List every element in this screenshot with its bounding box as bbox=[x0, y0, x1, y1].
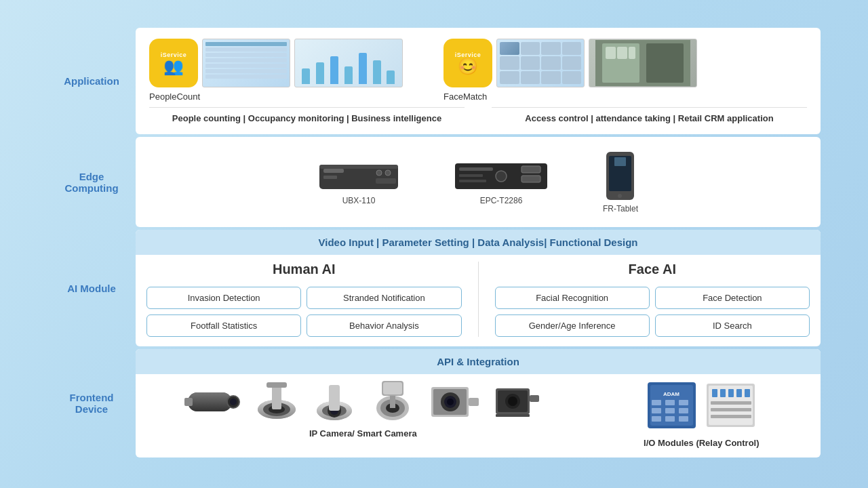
facematch-product: iService 😊 bbox=[443, 39, 697, 102]
svg-rect-33 bbox=[272, 385, 281, 409]
svg-rect-18 bbox=[521, 176, 540, 182]
io-label: I/O Modules (Relay Control) bbox=[644, 438, 759, 448]
svg-rect-55 bbox=[530, 395, 539, 402]
frontend-header: API & Integration bbox=[136, 349, 821, 374]
frontend-devices: IP Camera/ Smart Camera ADAM bbox=[136, 381, 821, 458]
svg-point-57 bbox=[508, 396, 517, 406]
facial-recognition-btn[interactable]: Facial Recognition bbox=[495, 287, 650, 309]
bullet-camera bbox=[184, 386, 242, 418]
invasion-detection-btn[interactable]: Invasion Detection bbox=[146, 287, 301, 309]
svg-rect-40 bbox=[329, 385, 340, 411]
facematch-images: iService 😊 bbox=[443, 39, 697, 87]
svg-rect-68 bbox=[679, 400, 688, 405]
face-detection-btn[interactable]: Face Detection bbox=[655, 287, 810, 309]
application-label-text: Application bbox=[64, 75, 119, 87]
epct2286-visual bbox=[454, 159, 549, 193]
svg-point-19 bbox=[496, 171, 507, 182]
app-descriptions: People counting | Occupancy monitoring |… bbox=[149, 107, 807, 123]
iservice-symbol-1: 👥 bbox=[163, 58, 184, 75]
ip-cameras-section: IP Camera/ Smart Camera bbox=[146, 381, 580, 448]
svg-rect-11 bbox=[376, 178, 396, 184]
footfall-statistics-btn[interactable]: Footfall Statistics bbox=[146, 314, 301, 337]
svg-rect-7 bbox=[323, 169, 344, 173]
face-ai-buttons: Facial Recognition Face Detection Gender… bbox=[495, 287, 810, 337]
ipcamera-label: IP Camera/ Smart Camera bbox=[309, 428, 417, 439]
facematch-screenshot-1 bbox=[496, 39, 585, 87]
frtablet-visual bbox=[605, 150, 635, 201]
svg-rect-34 bbox=[267, 382, 287, 388]
svg-rect-15 bbox=[459, 174, 483, 177]
human-ai-title: Human AI bbox=[273, 262, 336, 277]
application-label: Application bbox=[47, 28, 136, 134]
frontend-content: API & Integration bbox=[136, 349, 821, 458]
svg-rect-25 bbox=[188, 392, 232, 411]
box-camera-1 bbox=[428, 383, 482, 421]
svg-rect-69 bbox=[679, 408, 688, 413]
svg-rect-46 bbox=[390, 396, 395, 408]
ubx110-label: UBX-110 bbox=[342, 196, 376, 205]
facematch-label: FaceMatch bbox=[443, 92, 487, 102]
svg-rect-8 bbox=[323, 176, 337, 179]
turret-camera bbox=[311, 381, 357, 423]
edge-computing-row: Edge Computing bbox=[47, 137, 821, 227]
svg-text:ADAM: ADAM bbox=[663, 391, 679, 397]
gender-age-btn[interactable]: Gender/Age Inference bbox=[495, 314, 650, 337]
ai-module-row: AI Module Video Input | Parameter Settin… bbox=[47, 230, 821, 346]
svg-rect-62 bbox=[652, 400, 661, 405]
peoplecount-screenshot-1 bbox=[202, 39, 290, 87]
facematch-icon: iService 😊 bbox=[443, 39, 492, 87]
frontend-label-text: FrontendDevice bbox=[70, 392, 114, 415]
ai-divider bbox=[478, 262, 479, 337]
svg-point-27 bbox=[230, 399, 237, 405]
svg-rect-23 bbox=[614, 157, 626, 166]
svg-rect-77 bbox=[745, 389, 750, 397]
ai-modules: Human AI Invasion Detection Stranded Not… bbox=[136, 262, 821, 346]
ubx110-device: UBX-110 bbox=[318, 159, 399, 205]
app-products: iService 👥 bbox=[149, 39, 807, 102]
ai-label: AI Module bbox=[47, 230, 136, 346]
frontend-device-row: FrontendDevice API & Integration bbox=[47, 349, 821, 458]
peoplecount-product: iService 👥 bbox=[149, 39, 403, 102]
svg-rect-78 bbox=[711, 401, 751, 405]
ai-label-text: AI Module bbox=[67, 283, 116, 294]
svg-point-52 bbox=[447, 399, 454, 405]
svg-rect-80 bbox=[711, 415, 751, 418]
svg-rect-63 bbox=[652, 408, 661, 413]
iservice-symbol-2: 😊 bbox=[458, 58, 478, 75]
svg-rect-3 bbox=[606, 47, 616, 59]
svg-rect-67 bbox=[665, 416, 675, 422]
svg-rect-5 bbox=[629, 47, 635, 59]
svg-rect-28 bbox=[184, 398, 193, 406]
svg-rect-42 bbox=[383, 382, 402, 394]
svg-rect-2 bbox=[646, 43, 684, 83]
io-modules-row: ADAM bbox=[646, 381, 756, 432]
svg-rect-65 bbox=[665, 400, 675, 405]
svg-rect-73 bbox=[712, 389, 717, 397]
id-search-btn[interactable]: ID Search bbox=[655, 314, 810, 337]
frontend-label: FrontendDevice bbox=[47, 349, 136, 458]
edge-label-text: Edge Computing bbox=[53, 171, 130, 194]
svg-rect-58 bbox=[496, 414, 530, 417]
frtablet-label: FR-Tablet bbox=[603, 204, 638, 214]
svg-rect-17 bbox=[521, 166, 540, 173]
application-row: Application iService 👥 bbox=[47, 28, 821, 134]
epct2286-label: EPC-T2286 bbox=[480, 196, 523, 205]
ai-content: Video Input | Parameter Setting | Data A… bbox=[136, 230, 821, 346]
camera-row bbox=[184, 381, 542, 423]
io-modules-section: ADAM bbox=[593, 381, 810, 448]
frtablet-device: FR-Tablet bbox=[603, 150, 638, 214]
svg-rect-79 bbox=[711, 408, 751, 411]
svg-point-9 bbox=[376, 170, 382, 176]
behavior-analysis-btn[interactable]: Behavior Analysis bbox=[307, 314, 461, 337]
io-module-2 bbox=[705, 381, 756, 432]
box-camera-2 bbox=[493, 383, 542, 421]
svg-point-10 bbox=[385, 170, 391, 176]
peoplecount-images: iService 👥 bbox=[149, 39, 403, 87]
svg-rect-14 bbox=[459, 167, 493, 171]
ubx110-visual bbox=[318, 159, 399, 193]
svg-rect-76 bbox=[736, 389, 742, 397]
edge-content: UBX-110 EP bbox=[136, 137, 821, 227]
main-container: Application iService 👥 bbox=[47, 28, 821, 460]
edge-label: Edge Computing bbox=[47, 137, 136, 227]
stranded-notification-btn[interactable]: Stranded Notification bbox=[307, 287, 461, 309]
